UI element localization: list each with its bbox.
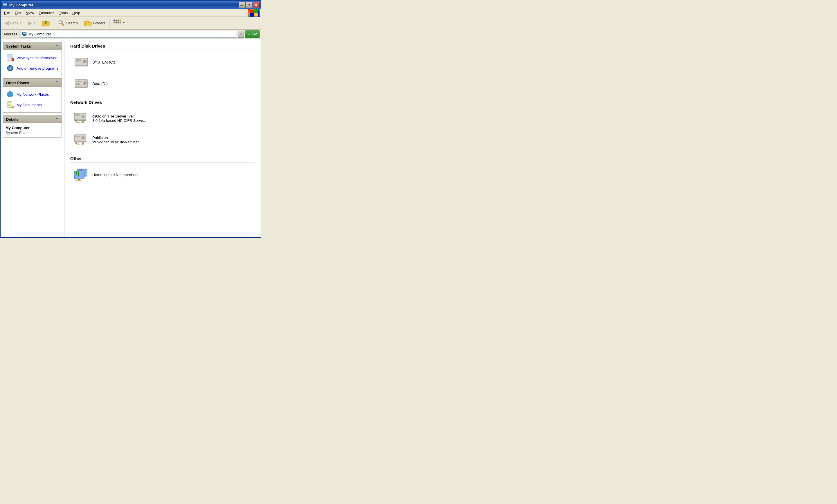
title-bar: My Computer — □ ✕ <box>1 1 261 9</box>
hummingbird-item[interactable]: Hummingbird Neighborhood <box>70 165 163 184</box>
minimize-button[interactable]: — <box>239 2 245 8</box>
view-icon <box>113 19 121 26</box>
net-drive-2-icon <box>73 133 89 147</box>
svg-rect-2 <box>4 6 6 7</box>
menu-tools[interactable]: Tools <box>57 10 70 16</box>
maximize-button[interactable]: □ <box>246 2 252 8</box>
system-tasks-section: System Tasks ⌃ ✓ <box>3 42 62 76</box>
svg-rect-44 <box>8 104 11 104</box>
svg-rect-43 <box>8 102 11 103</box>
toolbar: ◀ Back ▼ ▶ ▼ Search <box>1 17 261 30</box>
svg-rect-23 <box>120 22 121 23</box>
system-tasks-chevron: ⌃ <box>55 44 59 49</box>
my-documents-link[interactable]: My Documents <box>5 99 59 110</box>
other-title: Other <box>70 156 255 163</box>
go-button[interactable]: → Go <box>245 31 260 38</box>
close-button[interactable]: ✕ <box>253 2 259 8</box>
address-input-wrapper[interactable] <box>21 31 237 38</box>
svg-rect-71 <box>75 119 87 120</box>
details-label: Details <box>6 117 19 122</box>
svg-rect-74 <box>83 120 84 122</box>
svg-rect-83 <box>77 144 79 145</box>
other-places-header[interactable]: Other Places ⌃ <box>3 79 61 87</box>
svg-rect-101 <box>76 180 81 181</box>
c-drive-label: SYSTEM (C:) <box>92 60 115 64</box>
hard-disk-drives-section: Hard Disk Drives <box>70 43 255 93</box>
d-drive-item[interactable]: Data (D:) <box>70 74 163 93</box>
net-drive-1-item[interactable]: cs6fc on 'File Server (ver.3.0.14a based… <box>70 109 163 128</box>
svg-rect-55 <box>76 63 80 63</box>
back-icon: ◀ <box>4 19 9 26</box>
address-bar: Address ▼ → Go <box>1 30 261 39</box>
go-label: Go <box>252 32 257 36</box>
forward-button[interactable]: ▶ ▼ <box>25 18 39 28</box>
title-left: My Computer <box>2 2 33 7</box>
svg-rect-73 <box>77 122 79 123</box>
c-drive-item[interactable]: SYSTEM (C:) <box>70 53 163 71</box>
svg-rect-100 <box>78 179 79 180</box>
back-button[interactable]: ◀ Back ▼ <box>2 18 25 28</box>
add-remove-programs-label: Add or remove programs <box>17 66 58 71</box>
svg-rect-98 <box>78 172 79 176</box>
logo-yellow <box>254 13 258 17</box>
hummingbird-icon <box>73 168 89 182</box>
menu-bar: File Edit View Favorites Tools Help <box>1 9 261 17</box>
address-input[interactable] <box>29 32 235 36</box>
net-drive-2-item[interactable]: Public on'win2k.csc.liv.ac.uk\NetShar... <box>70 131 163 149</box>
svg-rect-56 <box>75 65 87 66</box>
other-places-label: Other Places <box>6 81 29 85</box>
system-tasks-header[interactable]: System Tasks ⌃ <box>3 42 61 50</box>
window-title: My Computer <box>9 3 33 7</box>
up-folder-icon <box>42 19 50 27</box>
menu-view[interactable]: View <box>23 10 36 16</box>
details-type: System Folder <box>5 131 59 135</box>
other-places-chevron: ⌃ <box>55 80 59 85</box>
details-header[interactable]: Details ⌃ <box>3 115 61 123</box>
menu-file[interactable]: File <box>2 10 13 16</box>
svg-rect-84 <box>83 142 84 144</box>
d-drive-icon <box>73 77 89 91</box>
view-system-info-link[interactable]: ✓ View system information <box>5 53 59 63</box>
view-button[interactable]: ▼ <box>111 18 128 28</box>
svg-rect-22 <box>118 22 119 23</box>
svg-rect-20 <box>113 22 115 23</box>
menu-help[interactable]: Help <box>70 10 83 16</box>
menu-edit[interactable]: Edit <box>13 10 23 16</box>
svg-rect-3 <box>3 7 6 7</box>
svg-marker-96 <box>75 170 77 172</box>
c-drive-icon <box>73 55 89 69</box>
svg-rect-17 <box>115 20 117 21</box>
network-drives-grid: cs6fc on 'File Server (ver.3.0.14a based… <box>70 109 255 149</box>
folders-button[interactable]: Folders <box>81 18 108 28</box>
svg-rect-25 <box>23 33 26 34</box>
menu-favorites[interactable]: Favorites <box>36 10 56 16</box>
back-label: Back <box>10 21 18 25</box>
svg-rect-59 <box>76 81 81 82</box>
svg-line-10 <box>62 24 64 25</box>
back-arrow-icon: ▼ <box>19 21 22 24</box>
svg-rect-63 <box>76 83 79 83</box>
up-button[interactable] <box>39 18 53 28</box>
toolbar-sep-2 <box>109 19 109 27</box>
svg-rect-82 <box>75 142 77 144</box>
svg-marker-92 <box>81 168 82 170</box>
my-network-places-link[interactable]: My Network Places <box>5 89 59 99</box>
svg-rect-19 <box>120 20 121 21</box>
sidebar: System Tasks ⌃ ✓ <box>1 39 65 238</box>
address-label: Address <box>2 30 19 38</box>
view-system-info-label: View system information <box>17 56 57 60</box>
address-dropdown[interactable]: ▼ <box>238 31 244 38</box>
system-tasks-body: ✓ View system information + Add or remov… <box>3 50 61 76</box>
details-body: My Computer System Folder <box>3 123 61 137</box>
svg-marker-89 <box>79 168 81 170</box>
my-network-places-label: My Network Places <box>17 92 49 97</box>
svg-rect-64 <box>76 84 80 85</box>
details-name: My Computer <box>5 126 59 131</box>
svg-rect-65 <box>75 87 87 88</box>
svg-point-53 <box>85 61 85 62</box>
add-remove-programs-link[interactable]: + Add or remove programs <box>5 63 59 73</box>
svg-point-80 <box>83 137 84 139</box>
title-buttons: — □ ✕ <box>239 2 259 8</box>
forward-arrow-icon: ▼ <box>33 21 36 24</box>
search-button[interactable]: Search <box>55 18 81 28</box>
